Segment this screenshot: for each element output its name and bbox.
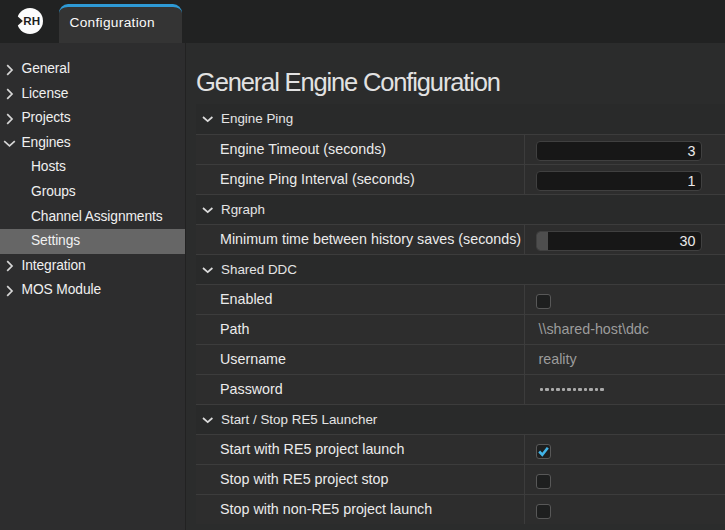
svg-text:RH: RH (23, 14, 40, 27)
